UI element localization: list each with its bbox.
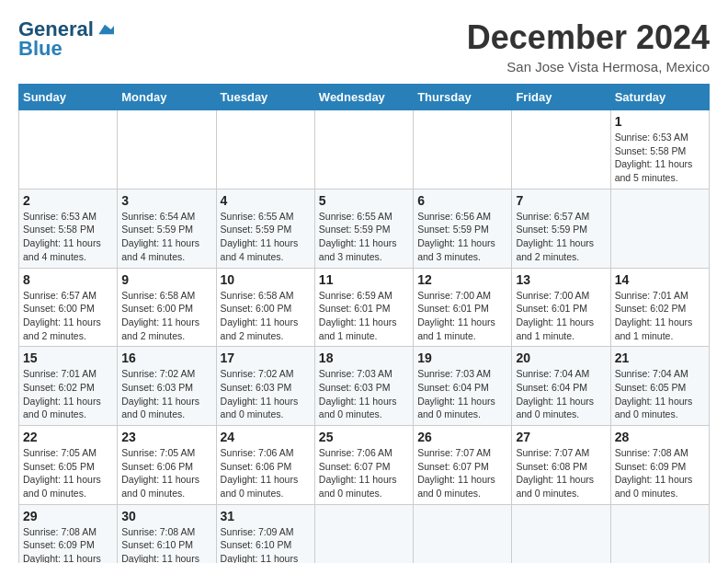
day-number: 17: [221, 350, 311, 365]
day-of-week-header: Monday: [118, 85, 216, 110]
calendar-cell: 10Sunrise: 6:58 AM Sunset: 6:00 PM Dayli…: [216, 268, 314, 347]
day-info: Sunrise: 6:55 AM Sunset: 5:59 PM Dayligh…: [221, 210, 311, 264]
calendar-cell: 20Sunrise: 7:04 AM Sunset: 6:04 PM Dayli…: [512, 347, 610, 426]
day-info: Sunrise: 6:58 AM Sunset: 6:00 PM Dayligh…: [221, 289, 311, 343]
month-title: December 2024: [467, 18, 710, 57]
calendar-cell: 7Sunrise: 6:57 AM Sunset: 5:59 PM Daylig…: [512, 189, 610, 268]
day-info: Sunrise: 7:08 AM Sunset: 6:09 PM Dayligh…: [23, 525, 113, 563]
day-info: Sunrise: 6:53 AM Sunset: 5:58 PM Dayligh…: [23, 210, 113, 264]
calendar-week-row: 22Sunrise: 7:05 AM Sunset: 6:05 PM Dayli…: [19, 426, 710, 505]
day-number: 7: [516, 193, 606, 208]
day-number: 25: [319, 430, 409, 444]
day-info: Sunrise: 7:08 AM Sunset: 6:09 PM Dayligh…: [615, 446, 705, 500]
calendar-cell: 24Sunrise: 7:06 AM Sunset: 6:06 PM Dayli…: [216, 426, 314, 505]
calendar-cell: 2Sunrise: 6:53 AM Sunset: 5:58 PM Daylig…: [19, 189, 118, 268]
calendar-cell: 15Sunrise: 7:01 AM Sunset: 6:02 PM Dayli…: [19, 347, 118, 426]
day-of-week-header: Thursday: [414, 85, 512, 110]
calendar-cell: [216, 110, 314, 190]
day-info: Sunrise: 7:01 AM Sunset: 6:02 PM Dayligh…: [615, 289, 705, 343]
calendar-cell: 21Sunrise: 7:04 AM Sunset: 6:05 PM Dayli…: [610, 347, 709, 426]
day-number: 18: [319, 350, 409, 365]
day-number: 27: [516, 430, 606, 444]
calendar-cell: 3Sunrise: 6:54 AM Sunset: 5:59 PM Daylig…: [118, 189, 216, 268]
logo: General Blue: [18, 18, 114, 61]
calendar-week-row: 15Sunrise: 7:01 AM Sunset: 6:02 PM Dayli…: [19, 347, 710, 426]
calendar-week-row: 1Sunrise: 6:53 AM Sunset: 5:58 PM Daylig…: [19, 110, 710, 190]
day-number: 29: [23, 509, 113, 523]
calendar-cell: [512, 504, 610, 563]
calendar-cell: [414, 110, 512, 190]
calendar-body: 1Sunrise: 6:53 AM Sunset: 5:58 PM Daylig…: [19, 110, 710, 564]
logo-icon: [96, 20, 114, 39]
day-number: 22: [23, 430, 113, 444]
day-info: Sunrise: 6:55 AM Sunset: 5:59 PM Dayligh…: [319, 210, 409, 264]
day-info: Sunrise: 6:54 AM Sunset: 5:59 PM Dayligh…: [121, 210, 211, 264]
day-number: 1: [615, 114, 705, 129]
calendar-cell: 5Sunrise: 6:55 AM Sunset: 5:59 PM Daylig…: [314, 189, 413, 268]
calendar-cell: 30Sunrise: 7:08 AM Sunset: 6:10 PM Dayli…: [118, 504, 216, 563]
calendar-cell: [512, 110, 610, 190]
header: General Blue December 2024 San Jose Vist…: [18, 18, 710, 75]
calendar-cell: 29Sunrise: 7:08 AM Sunset: 6:09 PM Dayli…: [19, 504, 118, 563]
day-info: Sunrise: 7:09 AM Sunset: 6:10 PM Dayligh…: [221, 525, 311, 563]
title-section: December 2024 San Jose Vista Hermosa, Me…: [467, 18, 710, 75]
day-info: Sunrise: 7:02 AM Sunset: 6:03 PM Dayligh…: [121, 367, 211, 421]
day-info: Sunrise: 7:06 AM Sunset: 6:07 PM Dayligh…: [319, 446, 409, 500]
calendar-cell: [19, 110, 118, 190]
day-number: 24: [221, 430, 311, 444]
day-info: Sunrise: 7:05 AM Sunset: 6:06 PM Dayligh…: [121, 446, 211, 500]
day-number: 2: [23, 193, 113, 208]
day-info: Sunrise: 7:01 AM Sunset: 6:02 PM Dayligh…: [23, 367, 113, 421]
day-number: 31: [221, 509, 311, 523]
day-info: Sunrise: 7:02 AM Sunset: 6:03 PM Dayligh…: [221, 367, 311, 421]
day-info: Sunrise: 6:53 AM Sunset: 5:58 PM Dayligh…: [615, 131, 705, 185]
calendar: SundayMondayTuesdayWednesdayThursdayFrid…: [18, 84, 710, 563]
calendar-week-row: 29Sunrise: 7:08 AM Sunset: 6:09 PM Dayli…: [19, 504, 710, 563]
day-info: Sunrise: 7:03 AM Sunset: 6:03 PM Dayligh…: [319, 367, 409, 421]
calendar-cell: 22Sunrise: 7:05 AM Sunset: 6:05 PM Dayli…: [19, 426, 118, 505]
calendar-cell: 6Sunrise: 6:56 AM Sunset: 5:59 PM Daylig…: [414, 189, 512, 268]
day-info: Sunrise: 7:07 AM Sunset: 6:07 PM Dayligh…: [417, 446, 507, 500]
day-of-week-header: Wednesday: [314, 85, 413, 110]
calendar-cell: 16Sunrise: 7:02 AM Sunset: 6:03 PM Dayli…: [118, 347, 216, 426]
day-number: 15: [23, 350, 113, 365]
day-number: 16: [121, 350, 211, 365]
day-info: Sunrise: 6:58 AM Sunset: 6:00 PM Dayligh…: [121, 289, 211, 343]
calendar-cell: 11Sunrise: 6:59 AM Sunset: 6:01 PM Dayli…: [314, 268, 413, 347]
day-info: Sunrise: 7:00 AM Sunset: 6:01 PM Dayligh…: [417, 289, 507, 343]
calendar-cell: 31Sunrise: 7:09 AM Sunset: 6:10 PM Dayli…: [216, 504, 314, 563]
calendar-cell: 23Sunrise: 7:05 AM Sunset: 6:06 PM Dayli…: [118, 426, 216, 505]
day-info: Sunrise: 6:56 AM Sunset: 5:59 PM Dayligh…: [417, 210, 507, 264]
day-number: 21: [615, 350, 705, 365]
day-number: 30: [121, 509, 211, 523]
calendar-cell: 25Sunrise: 7:06 AM Sunset: 6:07 PM Dayli…: [314, 426, 413, 505]
calendar-cell: [118, 110, 216, 190]
calendar-cell: [414, 504, 512, 563]
day-info: Sunrise: 6:57 AM Sunset: 5:59 PM Dayligh…: [516, 210, 606, 264]
calendar-cell: 28Sunrise: 7:08 AM Sunset: 6:09 PM Dayli…: [610, 426, 709, 505]
calendar-cell: 12Sunrise: 7:00 AM Sunset: 6:01 PM Dayli…: [414, 268, 512, 347]
calendar-cell: 26Sunrise: 7:07 AM Sunset: 6:07 PM Dayli…: [414, 426, 512, 505]
day-number: 14: [615, 272, 705, 287]
calendar-cell: 19Sunrise: 7:03 AM Sunset: 6:04 PM Dayli…: [414, 347, 512, 426]
calendar-cell: 14Sunrise: 7:01 AM Sunset: 6:02 PM Dayli…: [610, 268, 709, 347]
days-of-week-row: SundayMondayTuesdayWednesdayThursdayFrid…: [19, 85, 710, 110]
calendar-week-row: 8Sunrise: 6:57 AM Sunset: 6:00 PM Daylig…: [19, 268, 710, 347]
calendar-cell: 17Sunrise: 7:02 AM Sunset: 6:03 PM Dayli…: [216, 347, 314, 426]
day-number: 4: [221, 193, 311, 208]
day-info: Sunrise: 7:04 AM Sunset: 6:04 PM Dayligh…: [516, 367, 606, 421]
day-info: Sunrise: 7:06 AM Sunset: 6:06 PM Dayligh…: [221, 446, 311, 500]
day-number: 12: [417, 272, 507, 287]
day-number: 13: [516, 272, 606, 287]
calendar-cell: [314, 504, 413, 563]
calendar-cell: [314, 110, 413, 190]
svg-marker-0: [98, 25, 114, 35]
day-number: 3: [121, 193, 211, 208]
day-of-week-header: Tuesday: [216, 85, 314, 110]
day-number: 26: [417, 430, 507, 444]
day-of-week-header: Saturday: [610, 85, 709, 110]
day-number: 10: [221, 272, 311, 287]
day-number: 28: [615, 430, 705, 444]
day-info: Sunrise: 7:00 AM Sunset: 6:01 PM Dayligh…: [516, 289, 606, 343]
day-number: 9: [121, 272, 211, 287]
